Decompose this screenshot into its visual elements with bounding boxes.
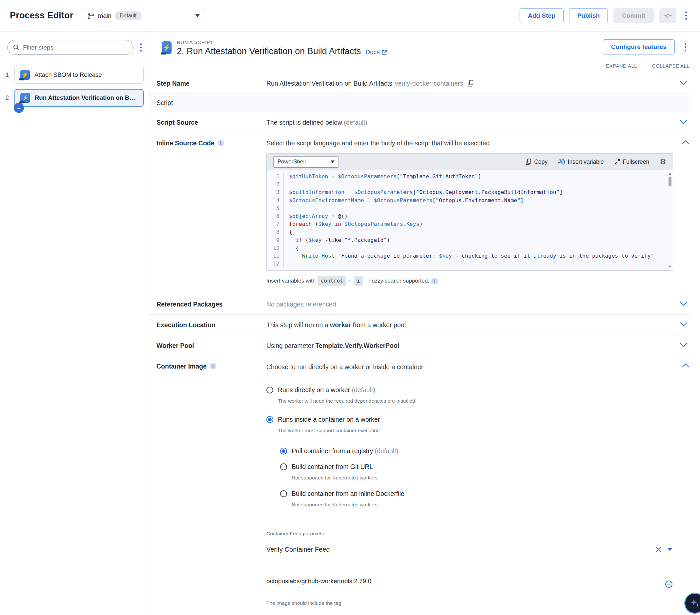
radio-helper-text: Not supported for Kubernetes workers: [292, 473, 673, 482]
filter-steps-input[interactable]: [23, 44, 128, 51]
script-step-icon: ⚡: [20, 93, 30, 103]
info-icon[interactable]: i: [432, 278, 438, 284]
step-header: ⚡ RUN A SCRIPT 2. Run Attestation Verifi…: [150, 32, 689, 57]
script-source-chevron[interactable]: [671, 112, 689, 133]
script-source-value: The script is defined below: [266, 119, 344, 126]
chevron-down-icon: [330, 160, 335, 163]
step-name-label: Step Name: [157, 79, 190, 88]
inline-source-label: Inline Source Code: [157, 139, 214, 147]
git-branch-icon: [87, 12, 95, 20]
tag-hint-text: The image should include the tag: [266, 599, 673, 607]
radio-build-inline-dockerfile[interactable]: Build container from an inline Dockerfil…: [280, 489, 673, 498]
info-icon[interactable]: i: [210, 362, 216, 370]
fullscreen-icon: [614, 159, 620, 165]
radio-icon: [280, 463, 287, 470]
worker-pool-value: Using parameter Template.Verify.WorkerPo…: [266, 335, 671, 356]
drag-handle[interactable]: =: [14, 103, 24, 113]
configure-features-button[interactable]: Configure features: [603, 39, 675, 54]
container-image-label: Container Image: [157, 362, 207, 370]
editor-scrollbar[interactable]: ▲ ▼: [667, 172, 672, 269]
scroll-up-icon[interactable]: ▲: [669, 172, 671, 175]
container-feed-label: Container Feed parameter: [266, 529, 673, 538]
step-name-value: Run Attestation Verification on Build Ar…: [266, 80, 392, 87]
radio-helper-text: Not supported for Kubernetes workers: [292, 501, 673, 509]
branch-default-badge: Default: [115, 11, 142, 20]
worker-pool-chevron[interactable]: [671, 335, 689, 356]
step-slug: verify-docker-containers: [395, 80, 463, 87]
radio-icon-selected: [266, 416, 273, 423]
chevron-down-icon[interactable]: [667, 548, 673, 551]
referenced-packages-label: Referenced Packages: [157, 300, 223, 308]
radio-pull-from-registry[interactable]: Pull container from a registry (default): [280, 447, 673, 455]
fullscreen-button[interactable]: Fullscreen: [614, 158, 649, 166]
language-select[interactable]: PowerShell: [273, 156, 339, 168]
container-image-row: Container Image i Choose to run directly…: [150, 356, 689, 615]
step-name-chevron[interactable]: [671, 73, 689, 94]
container-image-input[interactable]: octopuslabs/github-workertools:2.79.0: [266, 574, 657, 589]
worker-pool-row: Worker Pool Using parameter Template.Ver…: [150, 335, 689, 356]
container-feed-value: Verify Container Feed: [266, 545, 655, 554]
commit-button[interactable]: Commit: [613, 8, 654, 23]
step-list-item: 1 ⚡ Attach SBOM to Release: [0, 66, 150, 84]
docs-link[interactable]: Docs: [365, 49, 387, 56]
inline-source-chevron[interactable]: [673, 133, 691, 294]
insert-variables-hint: Insert variables with control + i . Fuzz…: [266, 276, 673, 286]
commit-icon-button[interactable]: [659, 8, 676, 23]
expand-all-button[interactable]: EXPAND ALL: [606, 63, 637, 69]
git-commit-icon: [664, 13, 672, 18]
add-step-button[interactable]: Add Step: [520, 8, 563, 23]
topbar-actions: Add Step Publish Commit: [520, 8, 690, 23]
step-editor-panel: ⚡ RUN A SCRIPT 2. Run Attestation Verifi…: [150, 32, 700, 615]
filter-steps-box[interactable]: [7, 40, 134, 55]
step-title: 2. Run Attestation Verification on Build…: [177, 46, 361, 57]
radio-build-from-git-url[interactable]: Build container from Git URL: [280, 463, 673, 471]
chevron-down-icon: [195, 14, 200, 17]
process-editor-app: Process Editor main Default Add Step Pub…: [0, 0, 700, 615]
external-link-icon: [382, 50, 387, 55]
step-card-label: Attach SBOM to Release: [35, 71, 102, 78]
radio-runs-directly[interactable]: Runs directly on a worker (default): [266, 385, 673, 394]
sparkle-icon: [689, 598, 700, 609]
link-icon[interactable]: [665, 580, 673, 588]
copy-slug-icon[interactable]: [467, 80, 474, 87]
container-image-chevron[interactable]: [673, 356, 691, 615]
code-area[interactable]: 123456789101112 $gitHubToken = $OctopusP…: [267, 170, 673, 270]
insert-variable-button[interactable]: #{} Insert variable: [558, 158, 603, 166]
scrollbar-thumb[interactable]: [668, 176, 672, 186]
step-card-run-attestation[interactable]: ⚡ Run Attestation Verification on Build …: [14, 89, 144, 107]
script-source-default: (default): [344, 119, 367, 126]
steps-sidebar: 1 ⚡ Attach SBOM to Release 2 ⚡ Run Attes…: [0, 32, 150, 615]
language-value: PowerShell: [277, 158, 306, 166]
script-step-icon: ⚡: [162, 41, 172, 54]
referenced-packages-chevron[interactable]: [671, 294, 689, 315]
execution-location-label: Execution Location: [157, 321, 215, 329]
editor-toolbar: PowerShell Copy: [267, 153, 673, 170]
branch-selector[interactable]: main Default: [82, 8, 205, 23]
execution-location-chevron[interactable]: [671, 315, 689, 335]
step-menu-button[interactable]: [681, 41, 689, 53]
execution-location-row: Execution Location This step will run on…: [150, 315, 689, 335]
collapse-all-button[interactable]: COLLAPSE ALL: [652, 63, 689, 69]
step-card-attach-sbom[interactable]: ⚡ Attach SBOM to Release: [14, 66, 144, 84]
clear-icon[interactable]: [655, 546, 661, 552]
sidebar-menu-button[interactable]: [137, 41, 145, 53]
line-numbers: 123456789101112: [267, 173, 284, 268]
radio-icon: [280, 490, 287, 497]
radio-runs-inside-container[interactable]: Runs inside a container on a worker: [266, 415, 673, 424]
referenced-packages-row: Referenced Packages No packages referenc…: [150, 294, 689, 315]
code-lines: $gitHubToken = $OctopusParameters["Templ…: [284, 173, 673, 268]
step-card-label: Run Attestation Verification on Build Ar…: [35, 94, 138, 101]
overflow-menu-button[interactable]: [682, 10, 690, 22]
step-type-label: RUN A SCRIPT: [177, 39, 387, 45]
info-icon[interactable]: i: [217, 139, 224, 146]
insert-variable-icon: #{}: [558, 158, 565, 166]
step-name-row: Step Name Run Attestation Verification o…: [150, 73, 689, 94]
publish-button[interactable]: Publish: [569, 8, 608, 23]
container-feed-select[interactable]: Verify Container Feed: [266, 541, 673, 557]
copy-code-button[interactable]: Copy: [525, 158, 548, 166]
container-image-description: Choose to run directly on a worker or in…: [266, 362, 673, 371]
scroll-down-icon[interactable]: ▼: [669, 265, 671, 269]
page-title: Process Editor: [10, 11, 73, 21]
editor-settings-icon[interactable]: ⚙: [660, 158, 666, 165]
code-editor: PowerShell Copy: [266, 153, 673, 271]
